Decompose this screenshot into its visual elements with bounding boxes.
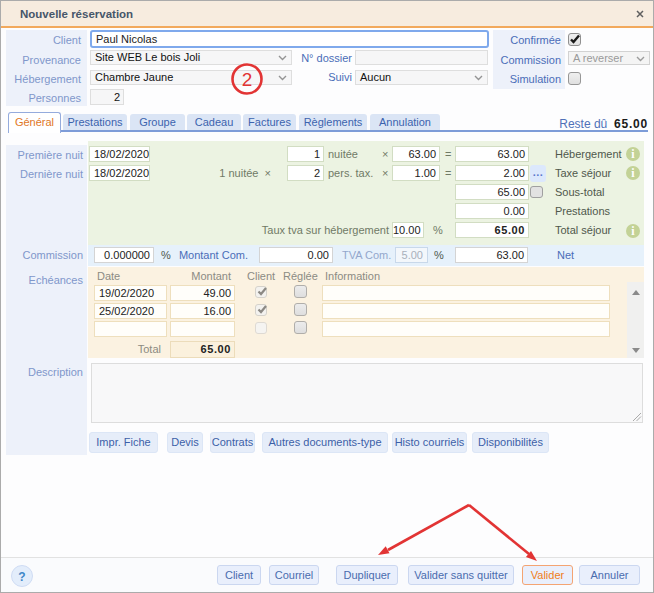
svg-text:2: 2	[242, 69, 253, 90]
